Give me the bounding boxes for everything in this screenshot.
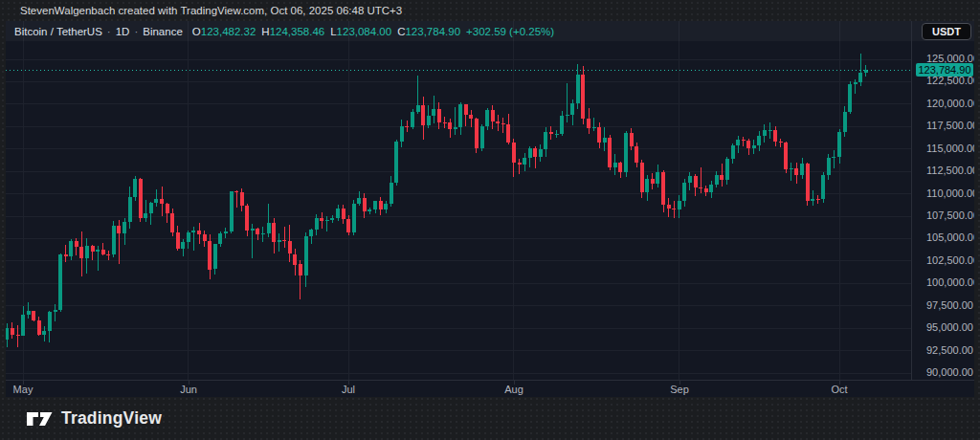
candlestick-chart[interactable] <box>6 21 911 380</box>
change-value: +302.59 (+0.25%) <box>466 26 554 37</box>
price-axis[interactable]: 123,784.90 90,000.0092,500.0095,000.0097… <box>911 21 974 380</box>
price-tick-label: 112,500.00 <box>926 165 974 176</box>
legend-separator: · <box>107 26 111 37</box>
time-axis[interactable]: MayJunJulAugSepOct <box>6 380 974 397</box>
tradingview-mark-icon <box>27 411 53 427</box>
ohlc-label: O <box>192 26 201 37</box>
ohlc-value: 123,784.90 <box>405 26 460 37</box>
ohlc-value: 123,482.32 <box>201 26 256 37</box>
price-tick-label: 117,500.00 <box>926 120 974 131</box>
price-tick-label: 102,500.00 <box>926 254 974 266</box>
time-tick-label: May <box>7 384 39 395</box>
time-tick-label: Sep <box>663 384 696 395</box>
price-tick-label: 110,000.00 <box>926 187 974 199</box>
attribution-text: StevenWalgenbach created with TradingVie… <box>0 0 402 21</box>
time-tick-label: Jul <box>332 384 365 395</box>
interval-label: 1D <box>116 26 130 37</box>
footer-bar: TradingView <box>0 397 980 440</box>
chart-widget: Bitcoin / TetherUS · 1D · Binance O123,4… <box>6 21 974 397</box>
price-tick-label: 105,000.00 <box>926 231 974 243</box>
last-price-badge: 123,784.90 <box>916 63 973 77</box>
price-tick-label: 95,000.00 <box>926 321 973 333</box>
time-tick-label: Aug <box>498 384 530 395</box>
exchange-label: Binance <box>143 26 183 37</box>
ohlc-value: 123,084.00 <box>337 26 392 37</box>
symbol-title: Bitcoin / TetherUS <box>14 26 102 37</box>
price-tick-label: 120,000.00 <box>926 98 974 109</box>
symbol-legend: Bitcoin / TetherUS · 1D · Binance O123,4… <box>14 26 554 37</box>
legend-separator: · <box>134 26 138 37</box>
price-tick-label: 115,000.00 <box>926 143 974 154</box>
tradingview-wordmark: TradingView <box>61 408 162 429</box>
time-tick-label: Oct <box>823 384 856 395</box>
price-tick-label: 97,500.00 <box>926 299 973 311</box>
ohlc-values: O123,482.32H124,358.46L123,084.00C123,78… <box>187 26 554 37</box>
ohlc-label: H <box>261 26 269 37</box>
price-tick-label: 107,500.00 <box>926 209 974 221</box>
currency-toggle-button[interactable]: USDT <box>922 23 971 40</box>
price-tick-label: 92,500.00 <box>926 344 973 356</box>
price-tick-label: 90,000.00 <box>926 366 973 378</box>
ohlc-value: 124,358.46 <box>270 26 325 37</box>
time-tick-label: Jun <box>172 384 205 395</box>
price-tick-label: 100,000.00 <box>926 276 974 288</box>
tradingview-logo[interactable]: TradingView <box>27 408 162 429</box>
